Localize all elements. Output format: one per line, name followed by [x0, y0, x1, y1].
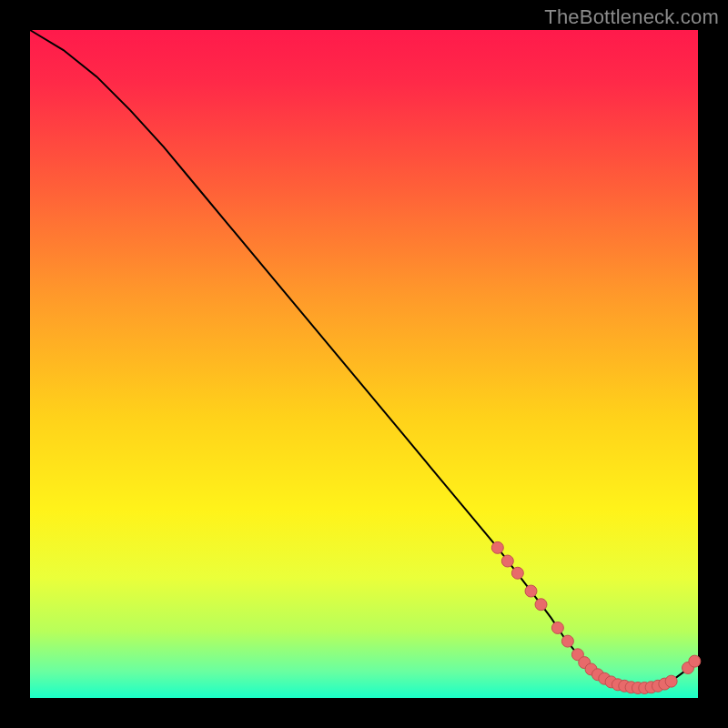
data-marker: [561, 635, 573, 647]
data-marker: [501, 555, 513, 567]
data-marker: [665, 675, 677, 687]
bottleneck-curve: [30, 30, 698, 688]
data-marker: [525, 585, 537, 597]
watermark-text: TheBottleneck.com: [544, 5, 719, 29]
data-marker: [491, 541, 503, 553]
chart-container: TheBottleneck.com: [0, 0, 728, 728]
data-marker: [511, 567, 523, 579]
plot-area: [30, 30, 698, 698]
data-marker: [535, 599, 547, 611]
marker-group: [491, 541, 701, 693]
data-marker: [551, 622, 563, 633]
curve-layer: [30, 30, 698, 698]
data-marker: [689, 655, 701, 667]
